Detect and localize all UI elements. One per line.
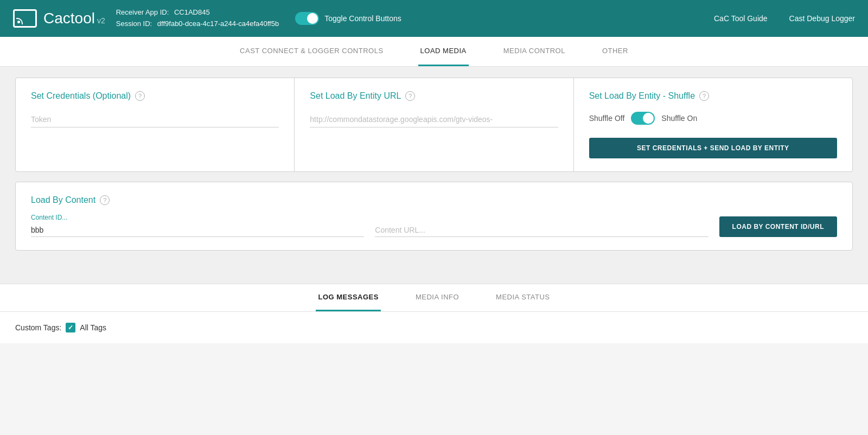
tab-cast-connect[interactable]: CAST CONNECT & LOGGER CONTROLS (238, 37, 385, 66)
credentials-title: Set Credentials (Optional) ? (31, 91, 279, 101)
entity-url-help-icon[interactable]: ? (405, 91, 415, 101)
header-toggle-area: Toggle Control Buttons (295, 12, 401, 25)
load-by-content-help-icon[interactable]: ? (100, 195, 110, 205)
content-id-input[interactable]: bbb (31, 223, 364, 237)
shuffle-on-label: Shuffle On (661, 114, 697, 123)
main-tabs: CAST CONNECT & LOGGER CONTROLS LOAD MEDI… (0, 37, 868, 67)
set-load-entity-url-card: Set Load By Entity URL ? (295, 78, 573, 171)
entity-url-input[interactable] (310, 112, 558, 127)
logo-text: Cactoolv2 (43, 10, 105, 27)
all-tags-label: All Tags (80, 323, 106, 332)
toggle-label: Toggle Control Buttons (324, 14, 401, 23)
custom-tags-label: Custom Tags: (15, 323, 61, 332)
bottom-section: LOG MESSAGES MEDIA INFO MEDIA STATUS Cus… (0, 284, 868, 343)
set-credentials-card: Set Credentials (Optional) ? (16, 78, 295, 171)
custom-tags-row: Custom Tags: All Tags (15, 323, 853, 332)
session-id: Session ID: dff9fab0-dcea-4c17-a244-ca4e… (116, 18, 279, 30)
token-input[interactable] (31, 112, 279, 127)
tab-log-messages[interactable]: LOG MESSAGES (316, 284, 380, 311)
content-id-group: Content ID... bbb (31, 214, 364, 237)
entity-shuffle-title: Set Load By Entity - Shuffle ? (589, 91, 837, 101)
tab-other[interactable]: OTHER (600, 37, 630, 66)
tab-load-media[interactable]: LOAD MEDIA (418, 37, 469, 66)
receiver-app-id: Receiver App ID: CC1AD845 (116, 7, 279, 18)
shuffle-controls: Shuffle Off Shuffle On (589, 112, 837, 125)
bottom-content: Custom Tags: All Tags (0, 312, 868, 343)
tab-media-status[interactable]: MEDIA STATUS (494, 284, 552, 311)
set-load-entity-shuffle-card: Set Load By Entity - Shuffle ? Shuffle O… (574, 78, 852, 171)
session-info: Receiver App ID: CC1AD845 Session ID: df… (116, 7, 279, 30)
set-credentials-send-load-entity-button[interactable]: SET CREDENTIALS + SEND LOAD BY ENTITY (589, 138, 837, 158)
main-content: Set Credentials (Optional) ? Set Load By… (0, 67, 868, 284)
load-by-content-button[interactable]: LOAD BY CONTENT ID/URL (719, 216, 837, 237)
content-url-input[interactable] (375, 223, 708, 237)
bottom-tabs: LOG MESSAGES MEDIA INFO MEDIA STATUS (0, 284, 868, 312)
cards-row: Set Credentials (Optional) ? Set Load By… (15, 78, 853, 172)
content-url-group (375, 223, 708, 237)
logo: Cactoolv2 (13, 9, 105, 28)
entity-shuffle-help-icon[interactable]: ? (699, 91, 709, 101)
control-buttons-toggle[interactable] (295, 12, 319, 25)
content-id-label: Content ID... (31, 214, 364, 221)
load-by-content-inputs: Content ID... bbb LOAD BY CONTENT ID/URL (31, 214, 837, 237)
all-tags-checkbox[interactable] (66, 323, 75, 332)
header: Cactoolv2 Receiver App ID: CC1AD845 Sess… (0, 0, 868, 37)
header-nav: CaC Tool Guide Cast Debug Logger (714, 14, 855, 23)
cast-debug-logger-link[interactable]: Cast Debug Logger (789, 14, 855, 23)
shuffle-off-label: Shuffle Off (589, 114, 625, 123)
shuffle-toggle[interactable] (631, 112, 655, 125)
credentials-help-icon[interactable]: ? (135, 91, 145, 101)
tab-media-info[interactable]: MEDIA INFO (413, 284, 461, 311)
cast-icon (13, 9, 37, 28)
load-by-content-title: Load By Content ? (31, 195, 837, 205)
entity-url-title: Set Load By Entity URL ? (310, 91, 558, 101)
cac-tool-guide-link[interactable]: CaC Tool Guide (714, 14, 768, 23)
tab-media-control[interactable]: MEDIA CONTROL (501, 37, 567, 66)
load-by-content-card: Load By Content ? Content ID... bbb LOAD… (15, 182, 853, 251)
